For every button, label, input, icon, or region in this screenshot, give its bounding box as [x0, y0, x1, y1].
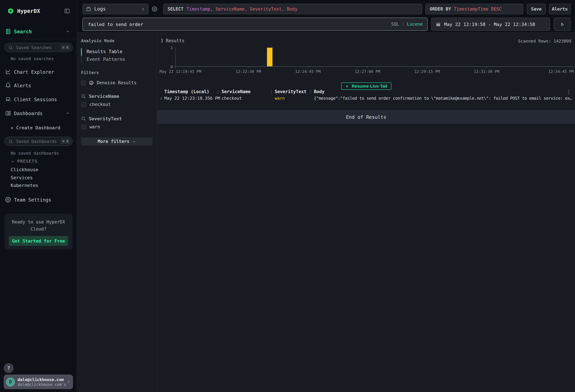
nav-label: Alerts — [14, 83, 31, 88]
source-select[interactable]: Logs — [82, 4, 148, 14]
line-chart-icon — [5, 69, 11, 75]
chevron-up-icon[interactable] — [66, 29, 70, 34]
histogram-bar[interactable] — [267, 47, 273, 66]
preset-services[interactable]: Services — [11, 175, 33, 180]
help-button[interactable]: ? — [4, 363, 14, 373]
order-by-value: TimestampTime DESC — [454, 6, 502, 12]
run-query-button[interactable] — [554, 18, 571, 31]
sidebar-collapse-button[interactable] — [64, 8, 70, 14]
team-settings-label: Team Settings — [14, 197, 51, 203]
presets-toggle[interactable]: PRESETS — [11, 159, 38, 164]
cell-servicename: checkout — [221, 96, 242, 101]
more-filters-button[interactable]: More filters — [81, 137, 153, 145]
x-tick-label: 12:24:45 PM — [295, 69, 321, 73]
user-info: dale@clickhouse.com dale@clickhouse.com'… — [18, 377, 66, 387]
mode-sql[interactable]: SQL — [391, 22, 399, 27]
filter-option-warn[interactable]: warn — [81, 124, 153, 130]
calendar-icon — [436, 22, 441, 27]
preset-clickhouse[interactable]: Clickhouse — [11, 167, 38, 172]
sql-field: SeverityText, — [250, 6, 284, 12]
column-header-body[interactable]: Body — [314, 89, 572, 94]
tab-results-table[interactable]: Results Table — [81, 47, 153, 55]
nav-label: Chart Explorer — [14, 69, 54, 74]
tab-event-patterns[interactable]: Event Patterns — [81, 55, 153, 63]
time-range-value: May 22 12:19:58 - May 22 12:34:58 — [444, 22, 535, 27]
row-expand-chevron-icon[interactable] — [159, 97, 163, 100]
column-resize-handle[interactable]: ⋮ — [269, 90, 273, 94]
table-row[interactable]: May 22 12:23:18.356 PM checkout warn {"m… — [157, 96, 575, 102]
search-icon — [81, 116, 86, 121]
sql-field: Body — [287, 6, 297, 12]
hyperdx-logo-icon — [7, 8, 14, 14]
chevron-down-icon — [132, 139, 136, 143]
checkout-checkbox[interactable] — [81, 102, 86, 107]
x-tick-mark — [367, 67, 368, 68]
save-button[interactable]: Save — [527, 4, 546, 14]
query-language-toggle: SQL | Lucene — [391, 22, 423, 27]
sql-field: ServiceName, — [216, 6, 247, 12]
x-tick-label: 12:22:30 PM — [236, 69, 261, 73]
user-menu[interactable]: D dale@clickhouse.com dale@clickhouse.co… — [4, 375, 73, 389]
scanned-rows: Scanned Rows: 1423099 — [518, 39, 571, 44]
nav-label: Dashboards — [14, 111, 43, 116]
select-columns-editor[interactable]: SELECT Timestamp, ServiceName, SeverityT… — [163, 4, 422, 14]
get-started-button[interactable]: Get Started for Free — [9, 236, 68, 246]
sidebar-item-chart-explorer[interactable]: Chart Explorer — [0, 67, 77, 77]
column-header-severitytext[interactable]: SeverityText — [275, 89, 307, 94]
user-team: dale@clickhouse.com's — [18, 382, 66, 386]
end-of-results-label: End of Results — [346, 114, 386, 120]
alerts-button[interactable]: Alerts — [549, 4, 571, 14]
sidebar-item-dashboards[interactable]: Dashboards — [0, 108, 77, 118]
analysis-mode-tabs: Results Table Event Patterns — [81, 47, 153, 63]
filter-option-label: warn — [90, 124, 100, 130]
sidebar-search-label: Search — [14, 29, 32, 35]
saved-searches-search[interactable]: ⌘ K — [4, 43, 72, 52]
resume-live-tail-label: Resume Live Tail — [352, 84, 387, 89]
journal-icon — [5, 29, 11, 35]
search-input[interactable] — [87, 21, 391, 27]
filter-option-checkout[interactable]: checkout — [81, 102, 153, 107]
cell-timestamp: May 22 12:23:18.356 PM — [164, 96, 220, 101]
resume-live-tail-button[interactable]: Resume Live Tail — [341, 82, 391, 90]
avatar: D — [6, 377, 15, 387]
denoise-label: Denoise Results — [97, 80, 137, 85]
search-query-box[interactable]: SQL | Lucene — [82, 18, 428, 31]
play-icon — [560, 22, 564, 26]
sidebar: HyperDX Search ⌘ K No saved searches Cha… — [0, 0, 77, 392]
shortcut-badge: ⌘ K — [61, 45, 71, 50]
source-settings-button[interactable] — [152, 6, 157, 12]
sql-keyword: ORDER BY — [430, 6, 451, 12]
results-histogram[interactable]: 1 0 May 22 12:19:45 PM 12:22:30 PM 12:24… — [175, 47, 573, 67]
search-icon — [8, 45, 13, 49]
denoise-checkbox[interactable] — [81, 80, 86, 85]
sidebar-item-search[interactable]: Search — [0, 26, 77, 37]
sidebar-item-alerts[interactable]: Alerts — [0, 80, 77, 91]
sidebar-item-team-settings[interactable]: Team Settings — [0, 195, 77, 205]
x-tick-label: 12:34:45 PM — [548, 69, 574, 73]
preset-kubernetes[interactable]: Kubernetes — [11, 183, 38, 188]
saved-dashboards-input[interactable] — [15, 138, 61, 144]
user-email: dale@clickhouse.com — [18, 377, 66, 382]
sidebar-item-client-sessions[interactable]: Client Sessions — [0, 94, 77, 104]
column-header-timestamp[interactable]: Timestamp (Local) — [164, 89, 209, 94]
laptop-icon — [5, 96, 11, 102]
saved-searches-input[interactable] — [15, 45, 61, 50]
create-dashboard-button[interactable]: + Create Dashboard — [11, 125, 60, 131]
column-resize-handle[interactable]: ⋮ — [309, 90, 313, 94]
table-options-menu-icon[interactable]: ⋮ — [567, 90, 571, 95]
saved-dashboards-search[interactable]: ⌘ K — [4, 137, 72, 146]
column-header-servicename[interactable]: ServiceName — [221, 89, 251, 94]
lightning-bolt-icon — [345, 84, 349, 89]
column-resize-handle[interactable]: ⋮ — [216, 90, 220, 94]
time-range-picker[interactable]: May 22 12:19:58 - May 22 12:34:58 — [431, 18, 550, 31]
mode-rail-active — [81, 48, 82, 56]
warn-checkbox[interactable] — [81, 124, 86, 129]
topbar: Logs SELECT Timestamp, ServiceName, Seve… — [77, 0, 575, 33]
x-tick-label: 12:27:00 PM — [355, 69, 380, 73]
chevron-up-icon[interactable] — [66, 111, 70, 115]
chevron-right-icon — [66, 380, 71, 384]
end-of-results-banner: End of Results — [157, 110, 575, 124]
order-by-editor[interactable]: ORDER BY TimestampTime DESC — [426, 4, 523, 14]
mode-lucene[interactable]: Lucene — [407, 22, 423, 27]
bell-icon — [5, 82, 11, 88]
